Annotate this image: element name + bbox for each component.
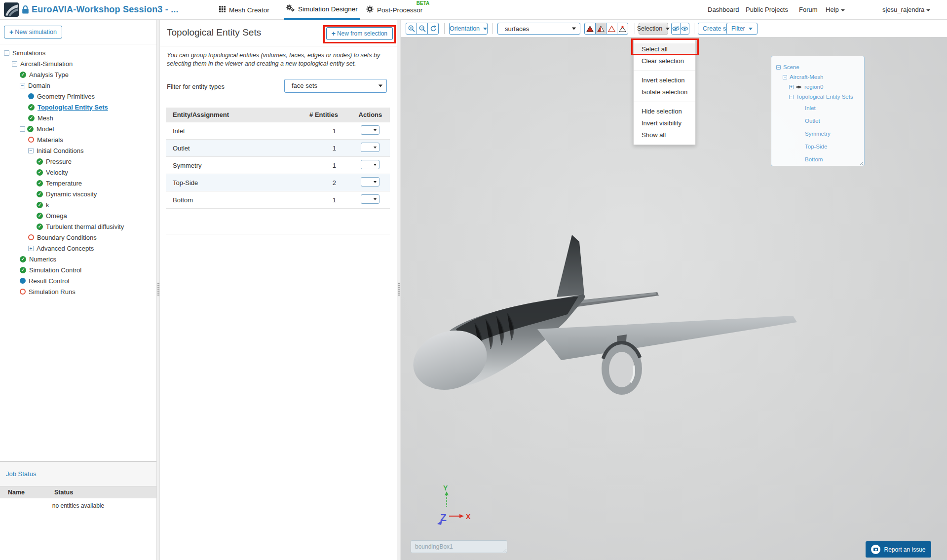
caret-down-icon xyxy=(374,129,377,131)
show-eye-icon[interactable] xyxy=(680,23,689,35)
sidebar-item-initial-conditions[interactable]: −Initial Conditions xyxy=(0,145,156,156)
scene-item-region0[interactable]: +region0 xyxy=(771,82,864,92)
sidebar-item-pressure[interactable]: ✓Pressure xyxy=(0,156,156,167)
scene-item-bottom[interactable]: Bottom xyxy=(771,153,864,166)
sidebar-item-k[interactable]: ✓k xyxy=(0,199,156,210)
zoom-in-button[interactable] xyxy=(406,23,417,35)
zoom-out-button[interactable] xyxy=(417,23,428,35)
hide-eye-icon[interactable] xyxy=(671,23,681,35)
pick-outline-face-icon[interactable] xyxy=(606,23,617,35)
pick-half-face-icon[interactable] xyxy=(595,23,606,35)
sidebar-item-result-control[interactable]: Result Control xyxy=(0,275,156,286)
collapse-icon[interactable]: − xyxy=(4,50,9,56)
filter-button[interactable]: Filter xyxy=(726,23,758,35)
selection-menu-button[interactable]: Selection xyxy=(639,23,668,35)
tab-simulation-designer[interactable]: Simulation Designer xyxy=(284,0,360,20)
sidebar-item-boundary-conditions[interactable]: Boundary Conditions xyxy=(0,232,156,243)
pick-vertex-icon[interactable] xyxy=(617,23,628,35)
scene-item-symmetry[interactable]: Symmetry xyxy=(771,127,864,140)
refresh-view-button[interactable] xyxy=(427,23,439,35)
sidebar-item-topological-entity-sets[interactable]: ✓Topological Entity Sets xyxy=(0,102,156,112)
collapse-icon[interactable]: − xyxy=(783,75,787,79)
collapse-icon[interactable]: − xyxy=(20,126,25,132)
job-status-header: Job Status xyxy=(0,462,156,486)
scene-item-label: Bottom xyxy=(805,156,823,162)
sidebar-item-label: Dynamic viscosity xyxy=(46,190,97,198)
sidebar-item-model[interactable]: −✓Model xyxy=(0,123,156,134)
nav-dashboard[interactable]: Dashboard xyxy=(708,6,739,13)
tab-post-processor[interactable]: Post-Processor BETA xyxy=(366,0,422,20)
sidebar-item-aircraft-simulation[interactable]: −Aircraft-Simulation xyxy=(0,58,156,69)
scene-item-aircraft-mesh[interactable]: −Aircraft-Mesh xyxy=(771,72,864,82)
info-status-icon xyxy=(28,93,34,99)
sidebar-item-temperature[interactable]: ✓Temperature xyxy=(0,178,156,188)
scene-item-top-side[interactable]: Top-Side xyxy=(771,140,864,153)
menu-item-isolate-selection[interactable]: Isolate selection xyxy=(634,86,695,98)
check-status-icon: ✓ xyxy=(27,126,34,132)
gear-icon xyxy=(366,5,374,14)
panel-resize-handle-right[interactable] xyxy=(397,20,401,560)
row-actions-select[interactable] xyxy=(361,160,379,169)
new-simulation-button[interactable]: + New simulation xyxy=(4,26,62,38)
sidebar-item-simulations[interactable]: −Simulations xyxy=(0,47,156,58)
collapse-icon[interactable]: − xyxy=(776,65,781,70)
render-mode-select[interactable]: surfaces xyxy=(497,23,580,35)
sidebar-item-velocity[interactable]: ✓Velocity xyxy=(0,167,156,178)
tab-mesh-creator[interactable]: Mesh Creator xyxy=(219,0,269,20)
sidebar-item-materials[interactable]: Materials xyxy=(0,134,156,145)
pick-solid-face-icon[interactable] xyxy=(584,23,596,35)
user-menu[interactable]: sjesu_rajendra xyxy=(882,6,930,13)
expand-icon[interactable]: + xyxy=(789,85,794,89)
entity-count: 1 xyxy=(271,191,351,209)
collapse-icon[interactable]: − xyxy=(20,83,25,88)
axis-y-label: Y xyxy=(443,484,448,492)
row-actions-select[interactable] xyxy=(361,143,379,152)
scene-item-label: Top-Side xyxy=(805,144,827,149)
new-from-selection-button[interactable]: + New from selection xyxy=(326,27,393,40)
sidebar-item-geometry-primitives[interactable]: Geometry Primitives xyxy=(0,91,156,102)
menu-item-invert-selection[interactable]: Invert selection xyxy=(634,75,695,86)
scene-item-topological-entity-sets[interactable]: −Topological Entity Sets xyxy=(771,92,864,102)
menu-item-clear-selection[interactable]: Clear selection xyxy=(634,55,695,67)
scene-item-inlet[interactable]: Inlet xyxy=(771,102,864,114)
row-actions-select[interactable] xyxy=(361,125,379,135)
orientation-button[interactable]: Orientation xyxy=(449,23,488,35)
menu-item-select-all[interactable]: Select all xyxy=(634,43,695,55)
nav-public-projects[interactable]: Public Projects xyxy=(746,6,788,13)
scene-item-outlet[interactable]: Outlet xyxy=(771,114,864,127)
menu-item-hide-selection[interactable]: Hide selection xyxy=(634,106,695,117)
sidebar-item-dynamic-viscosity[interactable]: ✓Dynamic viscosity xyxy=(0,188,156,199)
table-row-bottom: Bottom1 xyxy=(166,191,390,209)
report-issue-button[interactable]: Report an issue xyxy=(866,541,931,558)
menu-item-invert-visibility[interactable]: Invert visibility xyxy=(634,117,695,129)
sidebar-item-advanced-concepts[interactable]: +Advanced Concepts xyxy=(0,243,156,254)
expand-icon[interactable]: + xyxy=(28,246,34,251)
eye-icon[interactable] xyxy=(795,85,802,89)
check-status-icon: ✓ xyxy=(37,180,43,187)
sidebar-item-analysis-type[interactable]: ✓Analysis Type xyxy=(0,69,156,80)
sidebar-item-domain[interactable]: −Domain xyxy=(0,80,156,91)
row-actions-select[interactable] xyxy=(361,194,379,204)
sidebar-item-label: Advanced Concepts xyxy=(37,245,94,252)
sidebar-item-turbulent-thermal-diffusivity[interactable]: ✓Turbulent thermal diffusivity xyxy=(0,221,156,232)
entity-type-filter-select[interactable]: face sets xyxy=(284,79,387,93)
simscale-logo[interactable] xyxy=(4,2,19,17)
sidebar-item-mesh[interactable]: ✓Mesh xyxy=(0,112,156,123)
nav-forum[interactable]: Forum xyxy=(799,6,818,13)
sidebar-item-omega[interactable]: ✓Omega xyxy=(0,210,156,221)
collapse-icon[interactable]: − xyxy=(28,148,34,153)
sidebar-top: + New simulation xyxy=(0,20,156,44)
scene-item-label: Scene xyxy=(783,64,799,70)
scene-item-scene[interactable]: −Scene xyxy=(771,62,864,72)
menu-item-show-all[interactable]: Show all xyxy=(634,129,695,141)
table-row-inlet: Inlet1 xyxy=(166,122,390,140)
nav-help-menu[interactable]: Help xyxy=(826,6,845,13)
sidebar-item-simulation-runs[interactable]: Simulation Runs xyxy=(0,286,156,297)
collapse-icon[interactable]: − xyxy=(12,61,17,67)
visibility-button-group xyxy=(671,23,689,35)
row-actions-select[interactable] xyxy=(361,177,379,187)
collapse-icon[interactable]: − xyxy=(789,95,794,99)
bounding-box-name-input[interactable] xyxy=(411,540,507,553)
sidebar-item-numerics[interactable]: ✓Numerics xyxy=(0,254,156,264)
sidebar-item-simulation-control[interactable]: ✓Simulation Control xyxy=(0,264,156,275)
